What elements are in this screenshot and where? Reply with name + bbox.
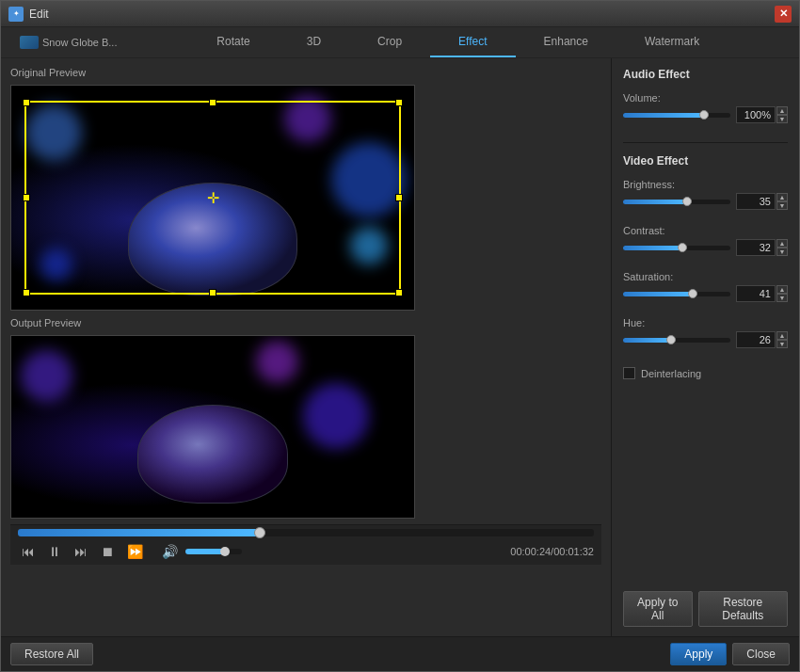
out-bokeh-2 xyxy=(303,383,369,449)
volume-spinner: ▲ ▼ xyxy=(736,106,788,123)
right-panel: Audio Effect Volume: ▲ ▼ xyxy=(611,58,799,636)
brightness-track[interactable] xyxy=(623,200,730,204)
volume-thumb[interactable] xyxy=(220,547,230,556)
brightness-row: Brightness: ▲ ▼ xyxy=(623,179,788,210)
skip-forward-button[interactable]: ⏭ xyxy=(71,542,91,561)
contrast-thumb[interactable] xyxy=(678,243,687,252)
original-preview-image xyxy=(11,86,414,310)
apply-to-all-button[interactable]: Apply to All xyxy=(623,591,693,627)
apply-button[interactable]: Apply xyxy=(670,643,727,665)
volume-icon[interactable]: 🔊 xyxy=(158,542,182,561)
contrast-label: Contrast: xyxy=(623,225,788,236)
saturation-spinner-btns: ▲ ▼ xyxy=(776,285,788,302)
brightness-thumb[interactable] xyxy=(682,197,692,206)
bokeh-4 xyxy=(350,227,388,264)
hue-up[interactable]: ▲ xyxy=(776,331,788,340)
edit-window: ✦ Edit ✕ Snow Globe B... Rotate 3D Crop … xyxy=(0,0,800,672)
progress-thumb[interactable] xyxy=(254,527,265,538)
volume-input[interactable] xyxy=(736,106,776,123)
volume-slider[interactable] xyxy=(185,549,242,554)
brightness-slider-row: ▲ ▼ xyxy=(623,193,788,210)
hue-down[interactable]: ▼ xyxy=(776,340,788,348)
title-bar: ✦ Edit ✕ xyxy=(1,1,799,27)
saturation-slider-row: ▲ ▼ xyxy=(623,285,788,302)
brightness-label: Brightness: xyxy=(623,179,788,190)
bottom-bar: Restore All Apply Close xyxy=(1,636,799,671)
deinterlacing-row: Deinterlacing xyxy=(623,367,788,379)
brightness-up[interactable]: ▲ xyxy=(776,193,788,201)
restore-all-button[interactable]: Restore All xyxy=(10,643,93,665)
hue-track[interactable] xyxy=(623,338,730,343)
pause-button[interactable]: ⏸ xyxy=(44,542,65,561)
bottom-right-buttons: Apply Close xyxy=(670,643,790,665)
brightness-input[interactable] xyxy=(736,193,776,210)
skip-back-button[interactable]: ⏮ xyxy=(18,542,39,561)
hue-input[interactable] xyxy=(736,331,776,348)
volume-down[interactable]: ▼ xyxy=(776,115,788,123)
tab-effect[interactable]: Effect xyxy=(430,27,515,57)
close-window-button[interactable]: ✕ xyxy=(775,6,792,23)
saturation-label: Saturation: xyxy=(623,271,788,282)
saturation-down[interactable]: ▼ xyxy=(776,294,788,302)
out-bokeh-1 xyxy=(21,350,72,402)
hue-label: Hue: xyxy=(623,317,788,328)
contrast-track[interactable] xyxy=(623,246,730,250)
volume-container: 🔊 xyxy=(158,542,242,561)
tabs-container: Rotate 3D Crop Effect Enhance Watermark xyxy=(127,27,791,57)
contrast-row: Contrast: ▲ ▼ xyxy=(623,225,788,256)
hue-slider-row: ▲ ▼ xyxy=(623,331,788,348)
time-display: 00:00:24/00:01:32 xyxy=(510,546,594,557)
brightness-down[interactable]: ▼ xyxy=(776,201,788,210)
volume-track[interactable] xyxy=(623,113,730,118)
saturation-row: Saturation: ▲ ▼ xyxy=(623,271,788,302)
saturation-input[interactable] xyxy=(736,285,776,302)
next-frame-button[interactable]: ⏩ xyxy=(123,542,147,561)
restore-defaults-button[interactable]: Restore Defaults xyxy=(698,591,788,627)
volume-spinner-btns: ▲ ▼ xyxy=(776,106,788,123)
volume-label: Volume: xyxy=(623,92,788,104)
saturation-up[interactable]: ▲ xyxy=(776,285,788,294)
contrast-fill xyxy=(623,246,682,250)
output-preview-label: Output Preview xyxy=(10,316,601,329)
volume-slider-row: ▲ ▼ xyxy=(623,106,788,123)
preview-area: Original Preview xyxy=(1,58,611,636)
window-title: Edit xyxy=(29,8,49,21)
tab-3d[interactable]: 3D xyxy=(279,27,349,57)
saturation-fill xyxy=(623,292,693,296)
contrast-input[interactable] xyxy=(736,239,776,256)
tab-bar: Snow Globe B... Rotate 3D Crop Effect En… xyxy=(1,27,799,58)
hue-spinner-btns: ▲ ▼ xyxy=(776,331,788,348)
deinterlacing-label: Deinterlacing xyxy=(641,368,701,379)
file-thumbnail xyxy=(20,36,39,49)
volume-track-thumb[interactable] xyxy=(699,110,709,120)
contrast-slider-row: ▲ ▼ xyxy=(623,239,788,256)
contrast-up[interactable]: ▲ xyxy=(776,239,788,248)
controls-row: ⏮ ⏸ ⏭ ⏹ ⏩ 🔊 00:00:24/00:01:32 xyxy=(18,542,594,561)
controls-bar: ⏮ ⏸ ⏭ ⏹ ⏩ 🔊 00:00:24/00:01:32 xyxy=(10,524,601,565)
brightness-spinner: ▲ ▼ xyxy=(736,193,788,210)
tab-rotate[interactable]: Rotate xyxy=(188,27,278,57)
hue-thumb[interactable] xyxy=(666,335,676,344)
main-content: Original Preview xyxy=(1,58,799,636)
tab-crop[interactable]: Crop xyxy=(349,27,430,57)
out-bokeh-3 xyxy=(256,341,298,383)
tab-enhance[interactable]: Enhance xyxy=(516,27,616,57)
volume-up[interactable]: ▲ xyxy=(776,106,788,115)
saturation-spinner: ▲ ▼ xyxy=(736,285,788,302)
hue-fill xyxy=(623,338,671,343)
close-button[interactable]: Close xyxy=(732,643,790,665)
deinterlacing-checkbox[interactable] xyxy=(623,367,635,379)
tab-watermark[interactable]: Watermark xyxy=(616,27,728,57)
panel-bottom-buttons: Apply to All Restore Defaults xyxy=(623,582,788,627)
contrast-spinner: ▲ ▼ xyxy=(736,239,788,256)
stop-button[interactable]: ⏹ xyxy=(97,542,118,561)
saturation-track[interactable] xyxy=(623,292,730,296)
output-preview xyxy=(10,335,415,519)
title-bar-left: ✦ Edit xyxy=(8,7,49,22)
contrast-down[interactable]: ▼ xyxy=(776,248,788,256)
saturation-thumb[interactable] xyxy=(688,289,697,298)
hue-spinner: ▲ ▼ xyxy=(736,331,788,348)
progress-bar[interactable] xyxy=(18,529,594,536)
bokeh-2 xyxy=(331,142,407,217)
brightness-fill xyxy=(623,200,687,204)
